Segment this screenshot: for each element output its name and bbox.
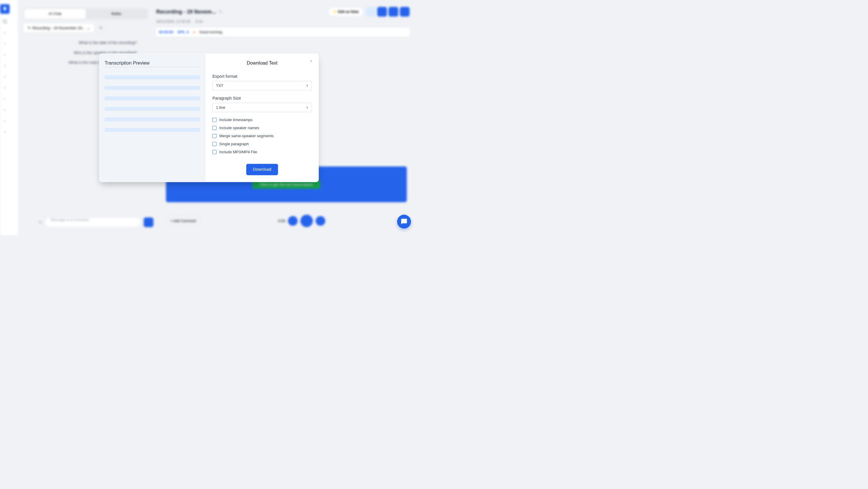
- paragraph-size-value: 1 line: [216, 105, 225, 110]
- checkbox-row-single-paragraph: Single paragraph: [212, 142, 312, 146]
- checkbox-speaker-names[interactable]: [212, 126, 216, 130]
- download-text-modal: Transcription Preview Download Text Expo…: [99, 53, 319, 182]
- select-arrows-icon: ▲▼: [306, 85, 308, 87]
- close-button[interactable]: [308, 58, 314, 64]
- checkbox-row-timestamps: Include timestamps: [212, 118, 312, 122]
- checkbox-label: Single paragraph: [219, 142, 249, 146]
- preview-placeholder-line: [104, 118, 200, 121]
- preview-placeholder-line: [104, 96, 200, 100]
- checkbox-label: Include MP3/MP4 File: [219, 150, 257, 154]
- checkbox-timestamps[interactable]: [212, 118, 216, 122]
- download-button[interactable]: Download: [246, 164, 278, 175]
- export-format-value: TXT: [216, 84, 223, 88]
- paragraph-size-select-wrap: 1 line ▲▼: [212, 103, 312, 112]
- modal-title: Download Text: [212, 60, 312, 66]
- checkbox-label: Merge same-speaker segments: [219, 134, 274, 138]
- preview-placeholder-line: [104, 75, 200, 79]
- export-format-label: Export format: [212, 74, 312, 78]
- preview-placeholder-line: [104, 128, 200, 132]
- checkbox-row-include-media: Include MP3/MP4 File: [212, 150, 312, 154]
- modal-overlay: Transcription Preview Download Text Expo…: [0, 0, 418, 235]
- checkbox-label: Include timestamps: [219, 118, 253, 122]
- checkbox-group: Include timestamps Include speaker names…: [212, 118, 312, 154]
- checkbox-single-paragraph[interactable]: [212, 142, 216, 146]
- select-arrows-icon: ▲▼: [306, 106, 308, 109]
- checkbox-include-media[interactable]: [212, 150, 216, 154]
- paragraph-size-label: Paragraph Size: [212, 96, 312, 100]
- checkbox-row-merge-segments: Merge same-speaker segments: [212, 134, 312, 138]
- paragraph-size-select[interactable]: 1 line ▲▼: [212, 103, 312, 112]
- modal-preview-pane: Transcription Preview: [99, 53, 206, 182]
- checkbox-row-speaker-names: Include speaker names: [212, 126, 312, 130]
- export-format-select[interactable]: TXT ▲▼: [212, 81, 312, 90]
- modal-form-pane: Download Text Export format TXT ▲▼ Parag…: [206, 53, 319, 182]
- preview-placeholder-line: [104, 107, 200, 110]
- export-format-select-wrap: TXT ▲▼: [212, 81, 312, 90]
- preview-placeholder-line: [104, 86, 200, 90]
- close-icon: [309, 59, 313, 63]
- checkbox-label: Include speaker names: [219, 126, 259, 130]
- preview-title: Transcription Preview: [104, 60, 200, 67]
- checkbox-merge-segments[interactable]: [212, 134, 216, 138]
